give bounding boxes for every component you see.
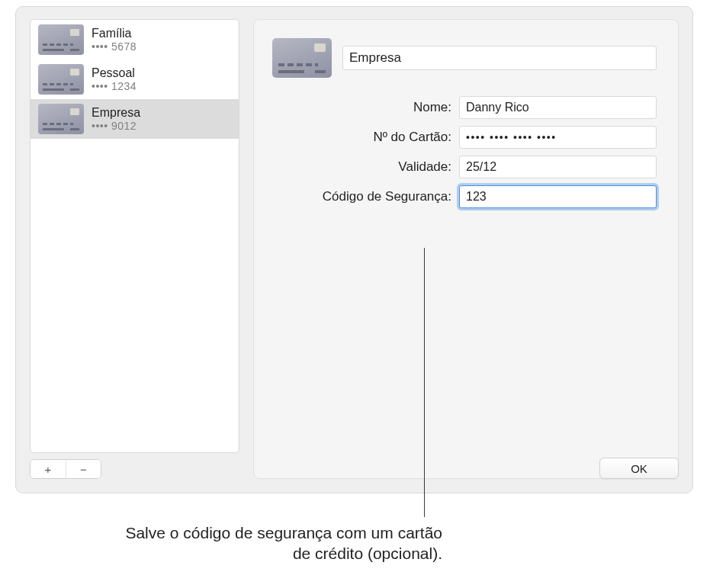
label-name: Nome: bbox=[272, 100, 451, 115]
preferences-window: Família •••• 5678 Pessoal •••• 1234 Empr… bbox=[15, 6, 693, 493]
add-card-button[interactable]: + bbox=[31, 460, 66, 478]
label-card-number: Nº do Cartão: bbox=[272, 130, 451, 145]
callout-text: Salve o código de segurança com um cartã… bbox=[114, 522, 442, 564]
card-list: Família •••• 5678 Pessoal •••• 1234 Empr… bbox=[30, 19, 239, 453]
add-remove-group: + − bbox=[30, 459, 101, 479]
remove-card-button[interactable]: − bbox=[66, 460, 101, 478]
sidebar-item-card[interactable]: Empresa •••• 9012 bbox=[31, 99, 239, 139]
card-name-label: Família bbox=[92, 26, 137, 40]
credit-card-icon bbox=[38, 24, 84, 55]
credit-card-icon bbox=[272, 38, 332, 78]
card-text: Família •••• 5678 bbox=[92, 26, 137, 53]
sidebar-item-card[interactable]: Família •••• 5678 bbox=[31, 20, 239, 59]
card-text: Pessoal •••• 1234 bbox=[92, 66, 137, 93]
ok-button[interactable]: OK bbox=[599, 458, 679, 479]
credit-card-icon bbox=[38, 64, 84, 95]
minus-icon: − bbox=[80, 463, 87, 476]
form-rows: Nome: Nº do Cartão: Validade: Código de … bbox=[272, 96, 657, 208]
sidebar-actions: + − bbox=[30, 459, 239, 479]
plus-icon: + bbox=[45, 463, 52, 476]
sidebar-item-card[interactable]: Pessoal •••• 1234 bbox=[31, 59, 239, 99]
label-security-code: Código de Segurança: bbox=[272, 189, 451, 204]
card-masked-digits: •••• 5678 bbox=[92, 40, 137, 53]
callout-line bbox=[424, 248, 425, 517]
expiry-field[interactable] bbox=[459, 156, 657, 178]
security-code-field[interactable] bbox=[459, 185, 657, 208]
card-title-input[interactable] bbox=[342, 46, 657, 70]
card-number-field[interactable] bbox=[459, 126, 657, 149]
card-masked-digits: •••• 9012 bbox=[92, 120, 140, 133]
card-name-label: Pessoal bbox=[92, 66, 137, 80]
card-text: Empresa •••• 9012 bbox=[92, 105, 140, 133]
main-row: Família •••• 5678 Pessoal •••• 1234 Empr… bbox=[30, 19, 679, 479]
label-expiry: Validade: bbox=[272, 159, 451, 175]
title-row bbox=[272, 38, 657, 78]
sidebar: Família •••• 5678 Pessoal •••• 1234 Empr… bbox=[30, 19, 239, 479]
name-field[interactable] bbox=[459, 96, 657, 119]
card-masked-digits: •••• 1234 bbox=[92, 80, 137, 93]
detail-pane: Nome: Nº do Cartão: Validade: Código de … bbox=[253, 19, 679, 479]
card-name-label: Empresa bbox=[92, 105, 140, 120]
credit-card-icon bbox=[38, 104, 84, 134]
ok-row: OK bbox=[599, 458, 679, 479]
